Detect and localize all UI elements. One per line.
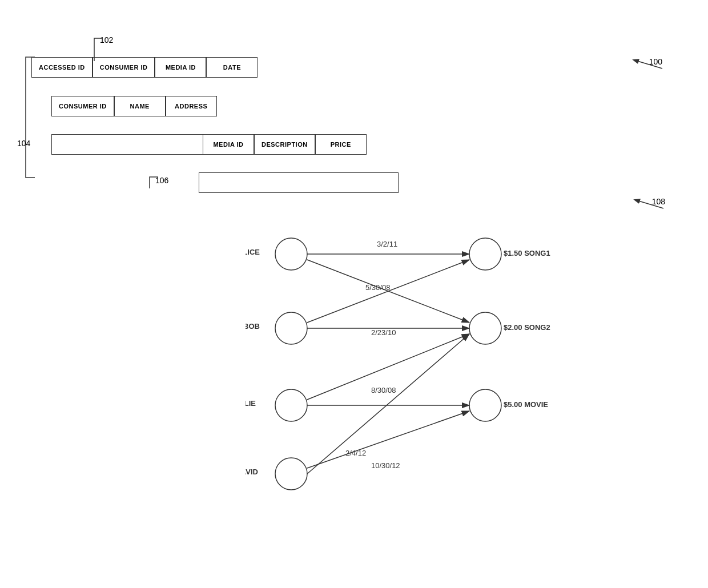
label-3-2-11: 3/2/11	[377, 240, 397, 248]
text-david: DAVID	[246, 468, 258, 476]
svg-line-0	[634, 60, 662, 69]
label-5-30-08: 5/30/08	[365, 283, 390, 292]
empty-table-row	[199, 172, 399, 193]
node-alice	[275, 238, 307, 270]
cell-address: ADDRESS	[166, 96, 217, 116]
consumer-table-row: CONSUMER ID NAME ADDRESS	[51, 96, 217, 116]
svg-line-1	[635, 200, 663, 208]
text-song1: $1.50 SONG1	[504, 249, 550, 257]
cell-description: DESCRIPTION	[254, 134, 315, 155]
text-alice: ALICE	[246, 248, 260, 256]
label-2-4-12: 2/4/12	[345, 449, 366, 457]
cell-accessed-id: ACCESSED ID	[31, 57, 92, 78]
cell-media-id-2: MEDIA ID	[203, 134, 254, 155]
ref-100-arrow	[628, 54, 674, 71]
cell-name: NAME	[114, 96, 166, 116]
node-david	[275, 458, 307, 490]
text-movie: $5.00 MOVIE	[504, 400, 548, 409]
main-diagram: 100 102 ACCESSED ID CONSUMER ID MEDIA ID…	[0, 0, 708, 588]
cell-consumer-id-2: CONSUMER ID	[51, 96, 114, 116]
ref-104-label: 104	[17, 139, 30, 148]
node-charlie	[275, 389, 307, 421]
edge-david-song2	[307, 334, 469, 474]
label-10-30-12: 10/30/12	[371, 461, 400, 470]
label-8-30-08: 8/30/08	[371, 386, 396, 394]
node-movie	[469, 389, 501, 421]
media-table-row: MEDIA ID DESCRIPTION PRICE	[51, 134, 367, 155]
ref-108-arrow	[629, 194, 675, 211]
cell-empty-left	[51, 134, 203, 155]
cell-empty-row	[199, 172, 399, 193]
node-song1	[469, 238, 501, 270]
label-2-23-10: 2/23/10	[371, 328, 396, 337]
text-charlie: CHARLIE	[246, 399, 256, 408]
cell-consumer-id-1: CONSUMER ID	[92, 57, 155, 78]
text-bob: BOB	[246, 322, 260, 331]
accessed-table-row: ACCESSED ID CONSUMER ID MEDIA ID DATE	[31, 57, 258, 78]
node-song2	[469, 312, 501, 344]
edge-david-movie	[307, 411, 469, 468]
cell-price: PRICE	[315, 134, 367, 155]
ref-106-bracket	[144, 174, 161, 191]
node-bob	[275, 312, 307, 344]
text-song2: $2.00 SONG2	[504, 323, 550, 332]
graph-svg: 3/2/11 5/30/08 2/23/10 8/30/08 2/4/12 10…	[246, 223, 691, 577]
cell-date: DATE	[206, 57, 258, 78]
outer-bracket	[25, 56, 36, 179]
cell-media-id-1: MEDIA ID	[155, 57, 206, 78]
